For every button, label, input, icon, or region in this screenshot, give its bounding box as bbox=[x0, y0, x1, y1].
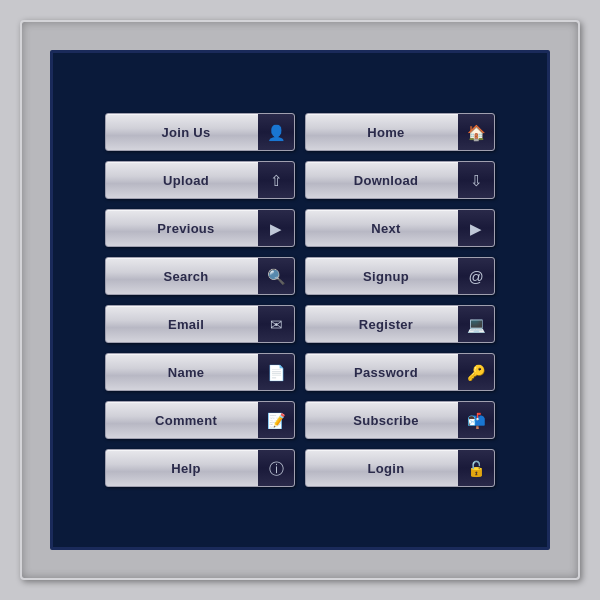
name-icon: 📄 bbox=[267, 365, 286, 380]
upload-button[interactable]: Upload⇧ bbox=[105, 161, 295, 199]
upload-icon: ⇧ bbox=[270, 173, 283, 188]
name-label: Name bbox=[106, 365, 258, 380]
password-icon: 🔑 bbox=[467, 365, 486, 380]
subscribe-button[interactable]: Subscribe📬 bbox=[305, 401, 495, 439]
signup-button[interactable]: Signup@ bbox=[305, 257, 495, 295]
next-button[interactable]: Next▶ bbox=[305, 209, 495, 247]
register-label: Register bbox=[306, 317, 458, 332]
signup-icon: @ bbox=[468, 269, 483, 284]
inner-panel: Join Us👤Home🏠Upload⇧Download⇩Previous▶Ne… bbox=[50, 50, 550, 550]
upload-label: Upload bbox=[106, 173, 258, 188]
next-icon: ▶ bbox=[470, 221, 482, 236]
previous-button[interactable]: Previous▶ bbox=[105, 209, 295, 247]
email-button[interactable]: Email✉ bbox=[105, 305, 295, 343]
login-button[interactable]: Login🔓 bbox=[305, 449, 495, 487]
login-icon: 🔓 bbox=[467, 461, 486, 476]
join-us-button[interactable]: Join Us👤 bbox=[105, 113, 295, 151]
email-icon: ✉ bbox=[270, 317, 283, 332]
register-icon: 💻 bbox=[467, 317, 486, 332]
person-icon: 👤 bbox=[267, 125, 286, 140]
password-button[interactable]: Password🔑 bbox=[305, 353, 495, 391]
comment-button[interactable]: Comment📝 bbox=[105, 401, 295, 439]
button-grid: Join Us👤Home🏠Upload⇧Download⇩Previous▶Ne… bbox=[85, 93, 515, 507]
help-label: Help bbox=[106, 461, 258, 476]
signup-label: Signup bbox=[306, 269, 458, 284]
login-label: Login bbox=[306, 461, 458, 476]
password-label: Password bbox=[306, 365, 458, 380]
search-icon: 🔍 bbox=[267, 269, 286, 284]
help-button[interactable]: Helpⓘ bbox=[105, 449, 295, 487]
download-label: Download bbox=[306, 173, 458, 188]
previous-label: Previous bbox=[106, 221, 258, 236]
download-icon: ⇩ bbox=[470, 173, 483, 188]
home-icon: 🏠 bbox=[467, 125, 486, 140]
search-button[interactable]: Search🔍 bbox=[105, 257, 295, 295]
comment-label: Comment bbox=[106, 413, 258, 428]
outer-frame: Join Us👤Home🏠Upload⇧Download⇩Previous▶Ne… bbox=[20, 20, 580, 580]
join-us-label: Join Us bbox=[106, 125, 258, 140]
home-label: Home bbox=[306, 125, 458, 140]
home-button[interactable]: Home🏠 bbox=[305, 113, 495, 151]
download-button[interactable]: Download⇩ bbox=[305, 161, 495, 199]
subscribe-icon: 📬 bbox=[467, 413, 486, 428]
name-button[interactable]: Name📄 bbox=[105, 353, 295, 391]
search-label: Search bbox=[106, 269, 258, 284]
register-button[interactable]: Register💻 bbox=[305, 305, 495, 343]
email-label: Email bbox=[106, 317, 258, 332]
previous-icon: ▶ bbox=[270, 221, 282, 236]
comment-icon: 📝 bbox=[267, 413, 286, 428]
subscribe-label: Subscribe bbox=[306, 413, 458, 428]
next-label: Next bbox=[306, 221, 458, 236]
help-icon: ⓘ bbox=[269, 461, 284, 476]
